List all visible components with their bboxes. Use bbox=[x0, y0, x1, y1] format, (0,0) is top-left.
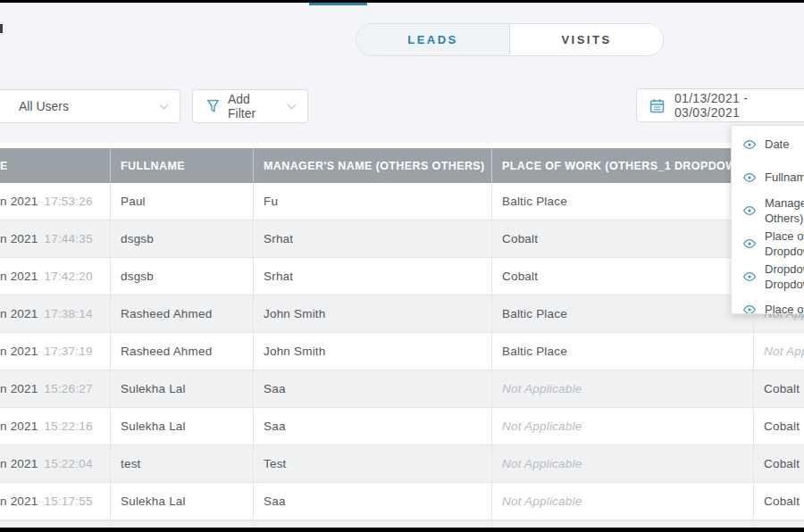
header-cell-place-of-work: PLACE OF WORK (OTHERS_1 DROPDOWN) bbox=[491, 148, 753, 183]
cell-date: n 2021 17:53:26 bbox=[0, 183, 110, 220]
cell-manager: Srhat bbox=[253, 258, 491, 295]
cell-fullname: Sulekha Lal bbox=[110, 408, 253, 445]
cell-date: n 2021 15:17:55 bbox=[0, 483, 110, 520]
calendar-icon bbox=[649, 98, 665, 113]
cell-date: n 2021 17:37:19 bbox=[0, 333, 110, 370]
menu-item-label: ManageOthers) bbox=[765, 195, 804, 226]
cell-manager: Srhat bbox=[253, 220, 491, 257]
cell-date: n 2021 17:42:20 bbox=[0, 258, 110, 295]
column-menu-item[interactable]: Place ofDropdow bbox=[732, 227, 804, 260]
filter-funnel-icon bbox=[206, 99, 220, 113]
cell-place-of-work: Baltic Place bbox=[491, 183, 753, 220]
cell-manager: Fu bbox=[253, 183, 491, 220]
cell-extra: Cobalt bbox=[753, 408, 804, 445]
cell-manager: Saa bbox=[253, 483, 491, 520]
add-filter-button[interactable]: Add Filter bbox=[192, 89, 308, 123]
leads-table: E FULLNAME MANAGER'S NAME (OTHERS OTHERS… bbox=[0, 143, 804, 528]
menu-item-label: Date bbox=[765, 137, 789, 152]
column-menu-item[interactable]: Fullname bbox=[732, 161, 804, 194]
table-body: n 2021 17:53:26 Paul Fu Baltic Place n 2… bbox=[0, 183, 804, 520]
leads-visits-tab-group: LEADS VISITS bbox=[356, 23, 664, 56]
cell-date: n 2021 15:26:27 bbox=[0, 370, 110, 407]
cell-fullname bbox=[110, 521, 253, 528]
cell-date bbox=[0, 521, 110, 528]
table-row[interactable]: n 2021 17:37:19 Rasheed Ahmed John Smith… bbox=[0, 333, 804, 370]
table-row[interactable]: n 2021 17:53:26 Paul Fu Baltic Place bbox=[0, 183, 804, 220]
header-cell-fullname: FULLNAME bbox=[110, 148, 253, 183]
column-visibility-menu: Date Fullname ManageOthers) Place ofDrop… bbox=[731, 125, 804, 314]
cell-fullname: Rasheed Ahmed bbox=[110, 295, 253, 332]
column-menu-item[interactable]: ManageOthers) bbox=[732, 194, 804, 227]
cell-extra: Cobalt bbox=[753, 370, 804, 407]
eye-icon[interactable] bbox=[742, 238, 757, 249]
table-row[interactable]: n 2021 15:22:04 test Test Not Applicable… bbox=[0, 445, 804, 483]
cell-manager: John Smith bbox=[253, 295, 491, 332]
cell-place-of-work: Not Applicable bbox=[491, 445, 753, 482]
column-menu-item[interactable]: Date bbox=[732, 128, 804, 161]
table-row[interactable]: n 2021 17:38:14 Rasheed Ahmed John Smith… bbox=[0, 295, 804, 333]
chevron-down-icon bbox=[160, 100, 169, 109]
column-menu-item[interactable]: Place of bbox=[732, 293, 804, 314]
user-filter-select[interactable]: All Users bbox=[0, 89, 180, 123]
cell-fullname: Paul bbox=[110, 183, 253, 220]
table-row[interactable]: n 2021 15:17:55 Sulekha Lal Saa Not Appl… bbox=[0, 483, 804, 520]
date-range-picker[interactable]: 01/13/2021 - 03/03/2021 bbox=[636, 88, 804, 122]
cell-date: n 2021 15:22:16 bbox=[0, 408, 110, 445]
menu-item-label: DropdowDropdow bbox=[765, 262, 804, 292]
cell-fullname: Rasheed Ahmed bbox=[110, 333, 253, 370]
eye-icon[interactable] bbox=[742, 205, 757, 216]
cell-date: n 2021 17:38:14 bbox=[0, 295, 110, 332]
table-row-clipped bbox=[0, 520, 804, 528]
cell-date: n 2021 15:22:04 bbox=[0, 445, 110, 482]
chevron-down-icon bbox=[288, 100, 297, 109]
eye-icon[interactable] bbox=[742, 304, 757, 315]
table-row[interactable]: n 2021 15:26:27 Sulekha Lal Saa Not Appl… bbox=[0, 370, 804, 408]
cell-place-of-work: Not Applicable bbox=[491, 483, 753, 520]
table-row[interactable]: n 2021 15:22:16 Sulekha Lal Saa Not Appl… bbox=[0, 408, 804, 445]
column-menu-item[interactable]: DropdowDropdow bbox=[732, 260, 804, 293]
cell-fullname: dsgsb bbox=[110, 220, 253, 257]
cell-place-of-work: Cobalt bbox=[491, 258, 753, 295]
header-cell-date: E bbox=[0, 148, 110, 183]
table-row[interactable]: n 2021 17:42:20 dsgsb Srhat Cobalt bbox=[0, 258, 804, 295]
cell-place-of-work: Cobalt bbox=[491, 220, 753, 257]
cell-date: n 2021 17:44:35 bbox=[0, 220, 110, 257]
cell-manager: Saa bbox=[253, 408, 491, 445]
menu-item-label: Fullname bbox=[765, 170, 804, 185]
header-cell-manager: MANAGER'S NAME (OTHERS OTHERS) bbox=[253, 148, 491, 183]
cell-fullname: dsgsb bbox=[110, 258, 253, 295]
cell-place-of-work: Baltic Place bbox=[491, 333, 753, 370]
cell-manager: Test bbox=[253, 445, 491, 482]
eye-icon[interactable] bbox=[742, 172, 757, 183]
cell-manager: John Smith bbox=[253, 333, 491, 370]
cell-fullname: Sulekha Lal bbox=[110, 483, 253, 520]
bottom-bar bbox=[0, 528, 804, 532]
eye-icon[interactable] bbox=[742, 271, 757, 282]
cell-manager bbox=[253, 521, 491, 528]
date-range-value: 01/13/2021 - 03/03/2021 bbox=[674, 91, 804, 120]
cell-place-of-work: Baltic Place bbox=[491, 295, 753, 332]
cell-extra: Cobalt bbox=[753, 445, 804, 482]
cell-fullname: Sulekha Lal bbox=[110, 370, 253, 407]
tab-visits[interactable]: VISITS bbox=[510, 24, 663, 55]
cell-extra: Cobalt bbox=[753, 483, 804, 520]
cell-place-of-work: Not Applicable bbox=[491, 370, 753, 407]
cell-manager: Saa bbox=[253, 370, 491, 407]
table-header-row: E FULLNAME MANAGER'S NAME (OTHERS OTHERS… bbox=[0, 148, 804, 183]
active-tab-indicator bbox=[309, 3, 367, 5]
cell-place-of-work: Not Applicable bbox=[491, 408, 753, 445]
cell-extra bbox=[753, 521, 804, 528]
table-row[interactable]: n 2021 17:44:35 dsgsb Srhat Cobalt bbox=[0, 220, 804, 258]
cell-fullname: test bbox=[110, 445, 253, 482]
menu-item-label: Place ofDropdow bbox=[765, 229, 804, 259]
menu-item-label: Place of bbox=[765, 302, 804, 314]
add-filter-label: Add Filter bbox=[228, 92, 273, 121]
tab-leads[interactable]: LEADS bbox=[356, 24, 510, 55]
user-filter-value: All Users bbox=[19, 99, 69, 113]
cell-extra: Not Applicable bbox=[753, 333, 804, 370]
cell-place-of-work bbox=[491, 521, 753, 528]
clipped-left-edge-icon bbox=[0, 24, 3, 33]
top-bar bbox=[0, 0, 804, 3]
eye-icon[interactable] bbox=[742, 139, 757, 150]
